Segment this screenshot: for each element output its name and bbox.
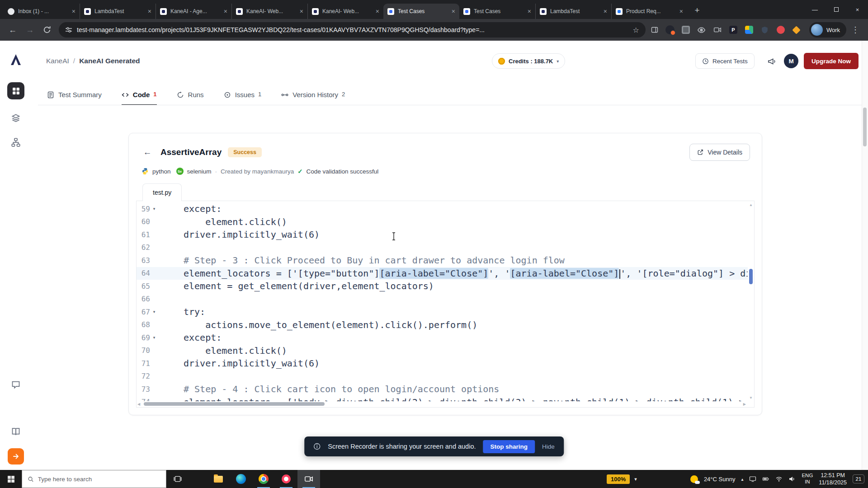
weather-label[interactable]: 24°C Sunny bbox=[704, 476, 736, 483]
tab-close-icon[interactable]: × bbox=[300, 8, 303, 14]
reload-button[interactable] bbox=[39, 22, 55, 38]
code-line[interactable]: 61driver.implicitly_wait(6) bbox=[137, 228, 748, 241]
search-input[interactable] bbox=[38, 476, 160, 483]
language-indicator[interactable]: ENG IN bbox=[802, 473, 813, 485]
help-button[interactable] bbox=[7, 376, 24, 393]
page-scrollbar[interactable] bbox=[862, 41, 868, 470]
hidden-icons-chevron[interactable]: ▴ bbox=[741, 477, 743, 482]
screen-recorder-button[interactable] bbox=[275, 470, 297, 488]
browser-menu-button[interactable]: ⋮ bbox=[847, 22, 863, 38]
browser-tab[interactable]: KaneAI - Age...× bbox=[156, 4, 231, 19]
orange-extension-icon[interactable] bbox=[791, 24, 802, 35]
editor-vertical-scrollbar[interactable]: ▲ ▼ bbox=[748, 201, 754, 407]
volume-tray-icon[interactable] bbox=[788, 475, 796, 483]
eye-extension-icon[interactable] bbox=[696, 24, 707, 35]
battery-tray-icon[interactable] bbox=[762, 475, 769, 483]
file-explorer-button[interactable] bbox=[207, 470, 230, 488]
maximize-button[interactable] bbox=[826, 0, 847, 19]
forward-button[interactable]: → bbox=[22, 22, 38, 38]
tab-version-history[interactable]: Version History2 bbox=[281, 84, 345, 105]
tab-code[interactable]: Code1 bbox=[122, 84, 157, 105]
notification-badge[interactable]: 21 bbox=[853, 474, 864, 483]
minimize-button[interactable]: — bbox=[804, 0, 826, 19]
code-line[interactable]: 70 element.click() bbox=[137, 344, 748, 357]
code-line[interactable]: 74element_locators = ['body > div:nth-ch… bbox=[137, 396, 748, 402]
tab-close-icon[interactable]: × bbox=[604, 8, 607, 14]
file-tab-testpy[interactable]: test.py bbox=[142, 183, 182, 201]
tab-close-icon[interactable]: × bbox=[148, 8, 151, 14]
red-extension-icon[interactable] bbox=[775, 24, 786, 35]
browser-tab[interactable]: Test Cases× bbox=[383, 4, 459, 19]
clock[interactable]: 12:51 PM 11/18/2025 bbox=[819, 472, 847, 487]
camera-extension-icon[interactable] bbox=[712, 24, 723, 35]
scroll-up-icon[interactable]: ▲ bbox=[748, 203, 754, 207]
credits-pill[interactable]: Credits : 188.7K ▾ bbox=[492, 53, 565, 69]
recorder-dock-icon[interactable]: ▾ bbox=[634, 476, 637, 482]
code-line[interactable]: 59▾except: bbox=[137, 202, 748, 216]
code-line[interactable]: 73# Step - 4 : Click cart icon to open l… bbox=[137, 383, 748, 396]
sidebar-item-layers[interactable] bbox=[7, 109, 24, 127]
browser-tab[interactable]: Product Req...× bbox=[611, 4, 687, 19]
tab-close-icon[interactable]: × bbox=[376, 8, 379, 14]
docs-button[interactable] bbox=[7, 423, 24, 440]
page-scrollbar-thumb[interactable] bbox=[863, 108, 867, 146]
v-scroll-thumb[interactable] bbox=[749, 269, 753, 284]
expand-sidebar-button[interactable] bbox=[8, 448, 24, 465]
display-tray-icon[interactable] bbox=[749, 475, 756, 483]
browser-tab[interactable]: KaneAI- Web...× bbox=[307, 4, 383, 19]
new-tab-button[interactable]: + bbox=[691, 4, 703, 17]
code-line[interactable]: 60 element.click() bbox=[137, 216, 748, 229]
upgrade-button[interactable]: Upgrade Now bbox=[804, 53, 859, 69]
password-manager-icon[interactable]: P bbox=[728, 24, 739, 35]
site-settings-icon[interactable] bbox=[65, 26, 72, 33]
code-line[interactable]: 64element_locators = ['[type="button"][a… bbox=[137, 267, 748, 280]
taskbar-search[interactable] bbox=[22, 470, 166, 488]
tab-runs[interactable]: Runs bbox=[177, 84, 204, 105]
back-arrow-button[interactable]: ← bbox=[141, 145, 154, 159]
camera-app-button[interactable] bbox=[297, 470, 320, 488]
chrome-button[interactable] bbox=[252, 470, 275, 488]
task-view-button[interactable] bbox=[166, 470, 189, 488]
tab-close-icon[interactable]: × bbox=[72, 8, 75, 14]
h-scroll-thumb[interactable] bbox=[144, 402, 325, 406]
fold-chevron-icon[interactable]: ▾ bbox=[150, 335, 158, 340]
sidebar-item-dashboard[interactable] bbox=[7, 82, 24, 99]
tab-close-icon[interactable]: × bbox=[452, 8, 455, 14]
sidebar-item-hierarchy[interactable] bbox=[7, 134, 24, 151]
weather-icon[interactable] bbox=[690, 475, 698, 483]
lambdatest-logo[interactable] bbox=[8, 52, 24, 68]
colorful-extension-icon[interactable] bbox=[744, 24, 755, 35]
code-line[interactable]: 67▾try: bbox=[137, 305, 748, 319]
profile-chip[interactable]: Work bbox=[809, 22, 846, 38]
code-line[interactable]: 68 actions.move_to_element(element).clic… bbox=[137, 319, 748, 332]
tab-close-icon[interactable]: × bbox=[224, 8, 227, 14]
url-bar[interactable]: test-manager.lambdatest.com/projects/01J… bbox=[59, 22, 646, 38]
view-details-button[interactable]: View Details bbox=[689, 144, 750, 161]
bookmark-star-icon[interactable]: ☆ bbox=[633, 26, 639, 34]
hide-link[interactable]: Hide bbox=[542, 443, 555, 450]
edge-button[interactable] bbox=[230, 470, 252, 488]
browser-tab[interactable]: LambdaTest× bbox=[80, 4, 156, 19]
code-line[interactable]: 72 bbox=[137, 370, 748, 383]
code-line[interactable]: 66 bbox=[137, 293, 748, 306]
code-line[interactable]: 71driver.implicitly_wait(6) bbox=[137, 357, 748, 370]
scroll-down-icon[interactable]: ▼ bbox=[748, 396, 754, 400]
browser-tab[interactable]: Inbox (1) - ...× bbox=[4, 4, 80, 19]
tab-test-summary[interactable]: Test Summary bbox=[47, 84, 102, 105]
fold-chevron-icon[interactable]: ▾ bbox=[150, 206, 158, 211]
code-line[interactable]: 65element = get_element(driver,element_l… bbox=[137, 280, 748, 293]
scroll-right-icon[interactable]: ▶ bbox=[743, 402, 746, 406]
code-line[interactable]: 69▾except: bbox=[137, 331, 748, 344]
recent-tests-button[interactable]: Recent Tests bbox=[695, 53, 755, 69]
recorder-zoom-badge[interactable]: 100% bbox=[607, 474, 630, 484]
breadcrumb-kaneai[interactable]: KaneAI bbox=[46, 57, 69, 65]
back-button[interactable]: ← bbox=[5, 22, 21, 38]
browser-tab[interactable]: KaneAI- Web...× bbox=[231, 4, 307, 19]
code-line[interactable]: 62 bbox=[137, 241, 748, 254]
stop-sharing-button[interactable]: Stop sharing bbox=[483, 440, 535, 453]
start-button[interactable] bbox=[0, 470, 22, 488]
shield-extension-icon[interactable] bbox=[760, 24, 770, 35]
fold-chevron-icon[interactable]: ▾ bbox=[150, 310, 158, 314]
screen-recorder-extension-icon[interactable] bbox=[665, 24, 675, 35]
tab-issues[interactable]: Issues1 bbox=[224, 84, 262, 105]
